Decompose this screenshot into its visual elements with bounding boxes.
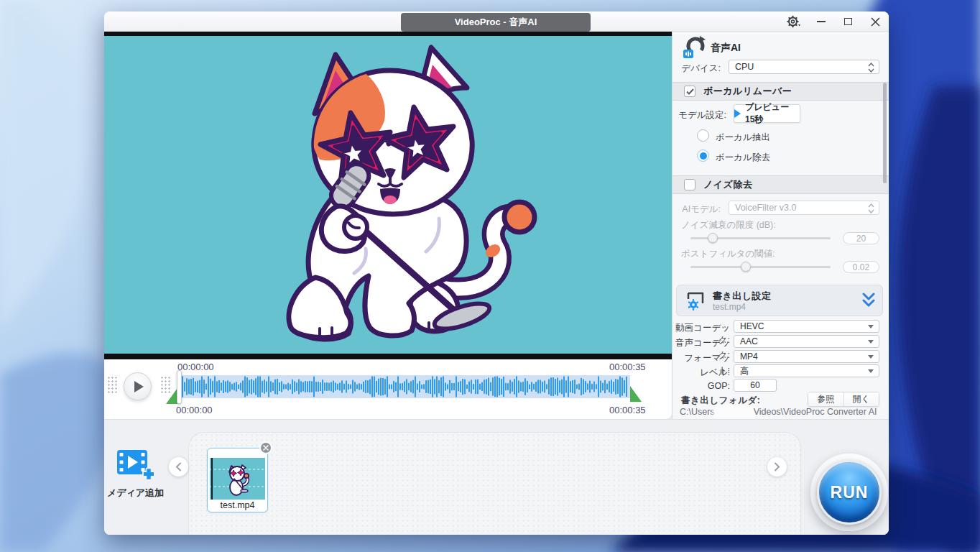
singing-cat-illustration <box>104 36 672 354</box>
video-frame <box>104 36 672 354</box>
chevron-left-icon <box>175 462 182 472</box>
trim-end-marker[interactable] <box>630 386 642 402</box>
run-button[interactable]: RUN <box>817 460 882 525</box>
folder-buttons: 参照 開く <box>808 392 879 407</box>
chevron-right-icon <box>774 462 780 472</box>
gop-input[interactable]: 60 <box>734 379 777 392</box>
device-select[interactable]: CPU <box>729 60 879 74</box>
run-label: RUN <box>831 483 869 502</box>
spinner-chevrons-icon <box>868 203 874 213</box>
add-media-icon[interactable] <box>116 447 156 483</box>
check-icon <box>686 88 694 95</box>
model-settings-label: モデル設定: <box>674 109 726 121</box>
play-icon <box>734 109 741 118</box>
playhead[interactable] <box>177 370 182 404</box>
video-codec-select[interactable]: HEVC <box>734 320 879 333</box>
noise-removal-section-header: ノイズ除去 <box>672 175 889 194</box>
level-select[interactable]: 高 <box>734 364 879 377</box>
caret-down-icon <box>868 325 874 328</box>
audio-ai-panel: 音声AI デバイス: CPU ボーカルリムーバー モデル設定: <box>672 32 889 419</box>
collapse-double-chevron-icon[interactable] <box>862 293 875 308</box>
media-clip-card[interactable]: test.mp4 <box>207 448 268 512</box>
audio-ai-logo-icon <box>683 36 707 59</box>
device-label: デバイス: <box>676 63 721 75</box>
export-filename: test.mp4 <box>713 302 746 312</box>
timeline-start-time-bottom: 00:00:00 <box>176 405 213 415</box>
slider-thumb[interactable] <box>708 233 718 243</box>
vocal-remove-label: ボーカル除去 <box>716 152 770 164</box>
level-label: レベル: <box>674 367 730 379</box>
timeline-end-time-top: 00:00:35 <box>609 362 646 372</box>
vocal-extract-radio[interactable] <box>697 129 709 142</box>
post-filter-value[interactable]: 0.02 <box>843 261 879 273</box>
add-media-label: メディア追加 <box>104 487 170 500</box>
caret-down-icon <box>868 355 874 359</box>
play-button[interactable] <box>124 372 152 400</box>
vocal-remover-title: ボーカルリムーバー <box>703 85 792 98</box>
settings-menu-button[interactable] <box>784 14 804 29</box>
noise-removal-title: ノイズ除去 <box>703 178 752 191</box>
attenuation-label: ノイズ減衰の限度 (dB): <box>681 219 776 231</box>
close-button[interactable] <box>865 14 885 29</box>
maximize-icon <box>844 18 852 25</box>
video-preview <box>104 32 672 359</box>
close-icon <box>263 445 269 451</box>
post-filter-label: ポストフィルタの閾値: <box>681 248 775 260</box>
vocal-remove-radio[interactable] <box>697 150 709 162</box>
attenuation-value[interactable]: 20 <box>843 232 879 244</box>
noise-removal-checkbox[interactable] <box>684 179 695 190</box>
scroll-right-button[interactable] <box>767 457 787 477</box>
minimize-button[interactable] <box>811 14 831 29</box>
caret-down-icon <box>868 340 874 344</box>
remove-clip-button[interactable] <box>259 441 272 454</box>
clip-name: test.mp4 <box>208 500 267 510</box>
run-button-well: RUN <box>810 454 888 531</box>
browse-button[interactable]: 参照 <box>808 392 844 406</box>
format-select[interactable]: MP4 <box>734 350 879 363</box>
play-icon <box>134 381 144 392</box>
waveform-icon <box>180 375 630 398</box>
ai-model-select[interactable]: VoiceFilter v3.0 <box>729 201 879 215</box>
audio-waveform-track[interactable] <box>180 375 630 398</box>
gear-icon <box>787 15 801 28</box>
vocal-remover-checkbox[interactable] <box>684 86 695 97</box>
preview-15s-button[interactable]: プレビュー 15秒 <box>734 104 800 123</box>
export-folder-label: 書き出しフォルダ: <box>681 395 760 407</box>
maximize-button[interactable] <box>838 14 858 29</box>
export-settings-card[interactable]: 書き出し設定 test.mp4 <box>676 285 883 316</box>
minimize-icon <box>817 21 826 22</box>
media-tray <box>188 432 801 535</box>
timeline-end-time-bottom: 00:00:35 <box>609 405 646 415</box>
clip-thumbnail <box>210 458 265 500</box>
post-filter-slider[interactable] <box>690 266 831 268</box>
spinner-chevrons-icon <box>868 63 874 73</box>
media-bar: メディア追加 <box>104 419 889 535</box>
audio-codec-select[interactable]: AAC <box>734 335 879 348</box>
close-icon <box>871 17 880 27</box>
vocal-extract-label: ボーカル抽出 <box>716 132 770 144</box>
clip-thumbnail-image <box>210 458 265 500</box>
caret-down-icon <box>798 24 800 27</box>
gear-icon <box>688 299 698 310</box>
open-button[interactable]: 開く <box>844 392 879 406</box>
timeline-strip: 00:00:00 00:00:35 00:00:00 00:00:35 <box>104 359 672 419</box>
desktop-wallpaper: VideoProc - 音声AI <box>0 0 980 552</box>
ai-model-label: AIモデル: <box>676 203 721 216</box>
panel-scrollbar[interactable] <box>883 83 887 183</box>
slider-thumb[interactable] <box>741 262 751 272</box>
export-settings-icon <box>685 291 707 311</box>
redacted-username <box>715 407 754 417</box>
attenuation-slider[interactable] <box>690 237 831 239</box>
titlebar[interactable]: VideoProc - 音声AI <box>104 12 889 32</box>
scroll-left-button[interactable] <box>169 457 188 477</box>
videoproc-window: VideoProc - 音声AI <box>104 12 889 535</box>
window-title: VideoProc - 音声AI <box>401 13 591 32</box>
export-folder-path: C:\UsersVideos\VideoProc Converter AI <box>680 407 877 417</box>
drag-handle-icon[interactable] <box>107 376 118 394</box>
panel-title: 音声AI <box>711 42 741 55</box>
vocal-remover-section-header: ボーカルリムーバー <box>672 82 889 101</box>
caret-down-icon <box>868 369 874 373</box>
timeline-start-time-top: 00:00:00 <box>177 362 214 372</box>
export-settings-title: 書き出し設定 <box>713 290 772 303</box>
gop-label: GOP: <box>674 381 730 391</box>
